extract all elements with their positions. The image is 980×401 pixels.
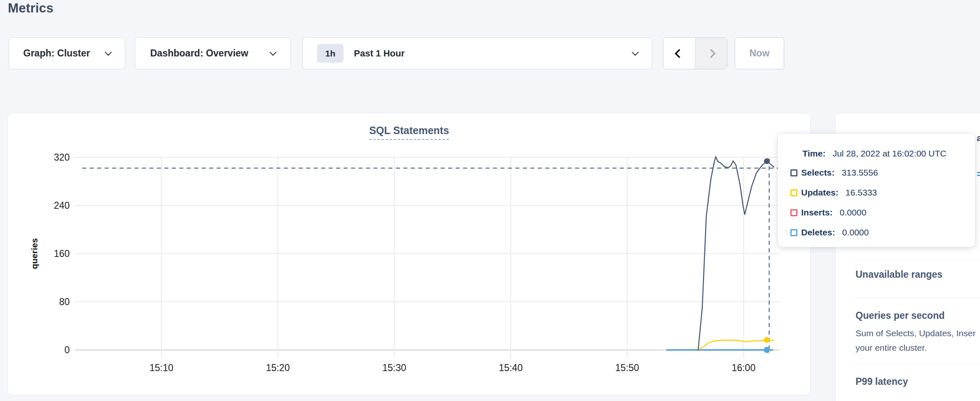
hover-dot-selects	[764, 158, 770, 164]
hover-dot-deletes	[764, 347, 770, 353]
hover-dot-updates	[764, 337, 770, 343]
metrics-page: Metrics Graph: Cluster Dashboard: Overvi…	[0, 0, 980, 401]
tooltip-series-row-inserts: Inserts: 0.0000	[778, 203, 975, 223]
x-tick-label: 15:10	[149, 362, 173, 373]
x-tick-label: 15:40	[499, 362, 523, 373]
inserts-color-swatch-icon	[790, 209, 797, 216]
tooltip-time-label: Time:	[802, 149, 826, 159]
tooltip-series-label: Updates:	[801, 188, 839, 198]
clipped-blue-icon-fragment	[977, 172, 980, 178]
clipped-heading-fragment: a	[977, 133, 980, 144]
chart-hover-tooltip: Time: Jul 28, 2022 at 16:02:00 UTC Selec…	[778, 134, 975, 247]
tooltip-time-row: Time: Jul 28, 2022 at 16:02:00 UTC	[778, 144, 975, 163]
y-tick-label: 0	[64, 345, 70, 355]
selects-color-swatch-icon	[790, 169, 797, 176]
y-axis-title: queries	[29, 238, 39, 269]
tooltip-series-value: 0.0000	[842, 227, 869, 237]
y-tick-label: 320	[54, 152, 70, 163]
tooltip-time-value: Jul 28, 2022 at 16:02:00 UTC	[833, 149, 946, 159]
tooltip-series-row-deletes: Deletes: 0.0000	[778, 223, 975, 242]
x-tick-label: 15:30	[383, 362, 407, 373]
y-tick-label: 80	[59, 296, 70, 307]
tooltip-series-row-selects: Selects: 313.5556	[778, 163, 975, 183]
series-line-updates	[698, 340, 774, 350]
tooltip-series-label: Deletes:	[801, 227, 835, 237]
updates-color-swatch-icon	[790, 189, 797, 196]
tooltip-series-label: Inserts:	[801, 208, 833, 218]
y-tick-label: 240	[54, 200, 70, 211]
tooltip-series-value: 16.5333	[846, 188, 877, 198]
x-tick-label: 16:00	[731, 362, 756, 373]
tooltip-series-value: 313.5556	[842, 168, 878, 178]
x-tick-label: 15:20	[266, 362, 290, 373]
x-tick-label: 15:50	[615, 362, 639, 373]
tooltip-series-value: 0.0000	[840, 208, 866, 218]
y-tick-label: 160	[54, 248, 70, 259]
deletes-color-swatch-icon	[790, 229, 797, 236]
tooltip-series-label: Selects:	[801, 168, 835, 178]
tooltip-series-row-updates: Updates: 16.5333	[778, 183, 975, 203]
